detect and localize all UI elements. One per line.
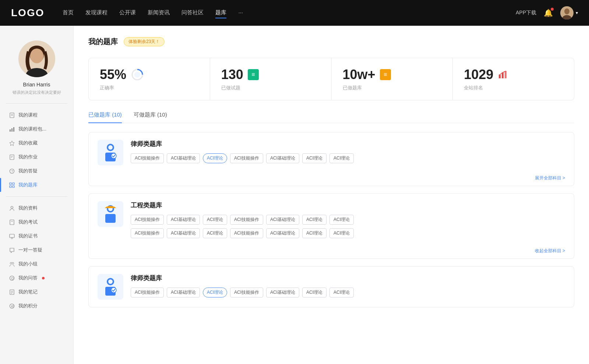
tag-2-2[interactable]: ACI理论 <box>203 215 227 225</box>
user-avatar-button[interactable]: ▾ <box>560 6 578 19</box>
sidebar-item-notes[interactable]: 我的笔记 <box>0 285 73 299</box>
bank-card-lawyer-1: 律师类题库 ACI技能操作 ACI基础理论 ACI理论 ACI技能操作 ACI基… <box>88 132 574 186</box>
sidebar-label: 我的资料 <box>18 205 38 211</box>
nav-news[interactable]: 新闻资讯 <box>148 8 170 18</box>
sidebar-item-my-courses[interactable]: 我的课程 <box>0 108 73 122</box>
expand-link-2[interactable]: 收起全部科目 > <box>89 246 574 258</box>
stat-label-accuracy: 正确率 <box>100 85 199 91</box>
app-download-button[interactable]: APP下载 <box>516 10 536 16</box>
tag-1-3[interactable]: ACI技能操作 <box>230 153 263 163</box>
tags-row-3: ACI技能操作 ACI基础理论 ACI理论 ACI技能操作 ACI基础理论 AC… <box>131 288 565 297</box>
tag-1-2[interactable]: ACI理论 <box>203 153 227 163</box>
nav-open-course[interactable]: 公开课 <box>119 8 136 18</box>
notification-dot <box>551 8 554 11</box>
svg-point-30 <box>12 262 14 264</box>
sidebar-item-course-pack[interactable]: 我的课程包... <box>0 122 73 136</box>
svg-rect-23 <box>13 186 14 188</box>
tag-2-5[interactable]: ACI理论 <box>302 215 327 225</box>
question-icon: ? <box>9 168 15 174</box>
tag-2s-1[interactable]: ACI基础理论 <box>167 228 200 238</box>
stats-row: 55% 正确率 130 ≡ 已做试题 <box>88 58 574 100</box>
tag-2s-6[interactable]: ACI理论 <box>329 228 354 238</box>
tag-2-1[interactable]: ACI基础理论 <box>167 215 200 225</box>
page-title: 我的题库 <box>88 37 118 47</box>
tag-2s-5[interactable]: ACI理论 <box>302 228 327 238</box>
sidebar-item-1on1[interactable]: 一对一答疑 <box>0 243 73 257</box>
sidebar-label: 我的收藏 <box>18 140 38 146</box>
people-icon <box>9 205 15 211</box>
sidebar-label: 我的积分 <box>18 303 38 309</box>
q-icon: Q <box>9 275 15 281</box>
tag-3-1[interactable]: ACI基础理论 <box>167 288 200 297</box>
sidebar-item-question-bank[interactable]: 我的题库 <box>0 178 73 192</box>
tag-1-6[interactable]: ACI理论 <box>329 153 354 163</box>
sidebar-item-favorites[interactable]: 我的收藏 <box>0 136 73 150</box>
bank-name-2: 工程类题库 <box>131 201 565 210</box>
sidebar-item-certificate[interactable]: 我的证书 <box>0 229 73 243</box>
sidebar-label: 我的问答 <box>18 275 38 281</box>
nav-discover[interactable]: 发现课程 <box>85 8 107 18</box>
tag-2-4[interactable]: ACI基础理论 <box>266 215 299 225</box>
tag-1-5[interactable]: ACI理论 <box>302 153 327 163</box>
sidebar-label: 我的作业 <box>18 154 38 160</box>
sidebar-label: 我的题库 <box>18 182 38 188</box>
tag-3-4[interactable]: ACI基础理论 <box>266 288 299 297</box>
chevron-down-icon: ▾ <box>576 10 578 15</box>
page-wrapper: Brian Harris 错误的决定比没有决定要好 我的课程 我的课程包... … <box>0 26 589 364</box>
tag-3-5[interactable]: ACI理论 <box>302 288 327 297</box>
tag-2-3[interactable]: ACI技能操作 <box>230 215 263 225</box>
tab-available-banks[interactable]: 可做题库 (10) <box>134 111 167 123</box>
nav-more[interactable]: ··· <box>238 8 243 18</box>
cert-icon <box>9 233 15 239</box>
tag-2s-4[interactable]: ACI基础理论 <box>266 228 299 238</box>
tag-3-0[interactable]: ACI技能操作 <box>131 288 164 297</box>
notification-button[interactable]: 🔔 <box>544 8 553 17</box>
svg-rect-20 <box>10 183 11 185</box>
svg-rect-13 <box>13 127 14 132</box>
tag-3-2[interactable]: ACI理论 <box>203 288 227 297</box>
nav-questions[interactable]: 题库 <box>215 8 226 18</box>
star-icon <box>9 140 15 146</box>
svg-marker-14 <box>10 141 14 146</box>
sidebar-item-my-qa[interactable]: Q 我的问答 <box>0 271 73 285</box>
sidebar-item-exam[interactable]: 我的考试 <box>0 215 73 229</box>
tag-1-1[interactable]: ACI基础理论 <box>167 153 200 163</box>
sidebar-item-profile[interactable]: 我的资料 <box>0 201 73 215</box>
svg-text:Q: Q <box>11 276 14 280</box>
tab-done-banks[interactable]: 已做题库 (10) <box>88 111 122 123</box>
tag-2-6[interactable]: ACI理论 <box>329 215 354 225</box>
bar-icon <box>9 126 15 132</box>
bank-card-inner-2: 工程类题库 ACI技能操作 ACI基础理论 ACI理论 ACI技能操作 ACI基… <box>89 194 574 246</box>
sidebar-label: 我的考试 <box>18 219 38 225</box>
doc-icon <box>9 154 15 160</box>
nav-home[interactable]: 首页 <box>63 8 74 18</box>
doc-yellow-icon: ≡ <box>380 69 391 80</box>
expand-link-1[interactable]: 展开全部科目 > <box>89 173 574 186</box>
tag-2s-0[interactable]: ACI技能操作 <box>131 228 164 238</box>
svg-point-41 <box>134 72 140 78</box>
stat-label-rank: 全站排名 <box>464 85 563 91</box>
tag-3-6[interactable]: ACI理论 <box>329 288 354 297</box>
sidebar-item-group[interactable]: 我的小组 <box>0 257 73 271</box>
profile-avatar <box>18 40 55 77</box>
tag-3-3[interactable]: ACI技能操作 <box>230 288 263 297</box>
tag-2s-3[interactable]: ACI技能操作 <box>230 228 263 238</box>
svg-point-6 <box>30 49 43 63</box>
tag-1-0[interactable]: ACI技能操作 <box>131 153 164 163</box>
sidebar-item-homework[interactable]: 我的作业 <box>0 150 73 164</box>
svg-rect-12 <box>11 128 13 132</box>
logo[interactable]: LOGO <box>11 7 44 19</box>
bank-card-engineer: 工程类题库 ACI技能操作 ACI基础理论 ACI理论 ACI技能操作 ACI基… <box>88 193 574 259</box>
svg-rect-50 <box>105 214 116 223</box>
sidebar-item-points[interactable]: 积 我的积分 <box>0 299 73 313</box>
group-icon <box>9 261 15 267</box>
tag-1-4[interactable]: ACI基础理论 <box>266 153 299 163</box>
tag-2s-2[interactable]: ACI理论 <box>203 228 227 238</box>
sidebar-label: 一对一答疑 <box>18 247 42 253</box>
stat-value-banks: 10w+ <box>343 67 375 82</box>
sidebar-label: 我的小组 <box>18 261 38 267</box>
tag-2-0[interactable]: ACI技能操作 <box>131 215 164 225</box>
nav-qa[interactable]: 问答社区 <box>181 8 204 18</box>
svg-point-29 <box>10 262 12 264</box>
sidebar-item-qa[interactable]: ? 我的答疑 <box>0 164 73 178</box>
